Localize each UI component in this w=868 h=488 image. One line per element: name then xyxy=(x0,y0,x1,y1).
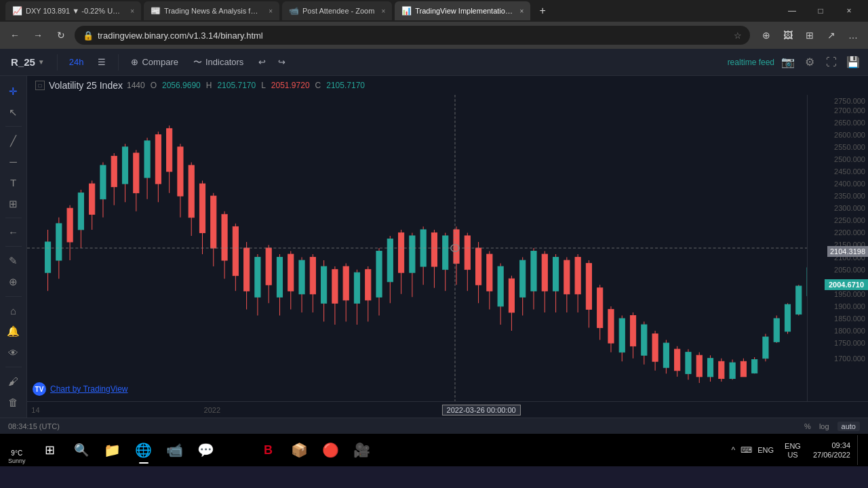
compare-icon: ⊕ xyxy=(131,57,138,67)
taskbar-teams[interactable]: 💬 xyxy=(191,435,221,465)
tab-dxy[interactable]: 📈 DXY 103.891 ▼ -0.22% Unname... × xyxy=(5,1,141,20)
star-icon[interactable]: ☆ xyxy=(734,30,742,41)
start-button[interactable]: ⊞ xyxy=(35,435,65,465)
chart-watermark: TV Chart by TradingView xyxy=(33,382,128,396)
extension-icon[interactable]: ⊕ xyxy=(757,26,776,45)
svg-rect-82 xyxy=(487,254,492,291)
trash-tool[interactable]: 🗑 xyxy=(3,392,24,412)
zoom-in-tool[interactable]: ⊕ xyxy=(3,272,24,292)
tab-favicon-zoom: 📹 xyxy=(289,6,298,16)
notif-up-icon[interactable]: ^ xyxy=(732,445,736,455)
undo-button[interactable]: ↩ xyxy=(253,54,271,70)
tab-trading-news[interactable]: 📰 Trading News & Analysis for For... × xyxy=(144,1,279,20)
eye-tool[interactable]: 👁 xyxy=(3,343,24,363)
svg-rect-136 xyxy=(785,304,790,331)
chart-settings-button[interactable]: ⚙ xyxy=(800,53,819,72)
price-tick-2550: 2550.000 xyxy=(834,143,865,151)
address-box[interactable]: 🔒 tradingview.binary.com/v1.3.14/binary.… xyxy=(75,26,750,45)
tab-close-zoom[interactable]: × xyxy=(381,7,385,15)
taskbar-edge[interactable]: 🌐 xyxy=(129,435,159,465)
back-button[interactable]: ← xyxy=(5,26,24,45)
status-right: % log auto xyxy=(804,422,860,431)
watermark-text: Chart by TradingView xyxy=(50,384,128,394)
price-tick-2700: 2700.000 xyxy=(834,106,865,115)
address-text: tradingview.binary.com/v1.3.14/binary.ht… xyxy=(98,30,263,41)
crosshair-price-badge: 2104.3198 xyxy=(827,246,868,257)
svg-rect-104 xyxy=(608,309,614,343)
minimize-button[interactable]: — xyxy=(778,1,806,20)
symbol-label: R_25 xyxy=(11,56,35,68)
new-tab-button[interactable]: + xyxy=(533,1,552,20)
taskbar-video[interactable]: 🎥 xyxy=(347,435,377,465)
collections-icon[interactable]: 🖼 xyxy=(778,26,797,45)
home-tool[interactable]: ⌂ xyxy=(3,301,24,321)
pencil-tool[interactable]: ✎ xyxy=(3,251,24,270)
arrow-tool[interactable]: ↖ xyxy=(3,102,24,122)
search-button[interactable]: 🔍 xyxy=(66,435,96,465)
taskbar-chrome[interactable]: 🔴 xyxy=(316,435,346,465)
share-icon[interactable]: ↗ xyxy=(822,26,841,45)
browser-settings-icon[interactable]: … xyxy=(844,26,863,45)
price-scale: 2750.000 2700.000 2650.000 2600.000 2550… xyxy=(807,95,868,401)
chart-type-icon: ☰ xyxy=(98,57,106,67)
tab-close-tv[interactable]: × xyxy=(519,7,524,15)
symbol-button[interactable]: R_25 ▼ xyxy=(5,54,50,70)
back-tool[interactable]: ← xyxy=(3,222,24,242)
brush-tool[interactable]: 🖌 xyxy=(3,371,24,391)
svg-rect-6 xyxy=(67,208,73,242)
tab-tradingview[interactable]: 📊 TradingView Implementation for... × xyxy=(395,1,530,20)
svg-rect-56 xyxy=(343,266,349,300)
tab-favicon-tv: 📊 xyxy=(401,6,411,16)
price-tick-2750: 2750.000 xyxy=(834,97,865,105)
svg-rect-92 xyxy=(542,254,547,291)
compare-button[interactable]: ⊕ Compare xyxy=(125,54,183,70)
svg-rect-68 xyxy=(410,236,415,272)
canvas-area[interactable]: TV Chart by TradingView xyxy=(27,95,807,401)
close-window-button[interactable]: × xyxy=(835,1,863,20)
left-sep-3 xyxy=(5,246,22,247)
taskbar-explorer[interactable]: 📁 xyxy=(98,435,127,465)
taskbar-mail[interactable]: ✉ xyxy=(222,435,252,465)
taskbar-brainly[interactable]: B xyxy=(254,435,283,465)
tab-label-news: Trading News & Analysis for For... xyxy=(164,7,262,15)
maximize-button[interactable]: □ xyxy=(807,1,834,20)
refresh-button[interactable]: ↻ xyxy=(52,26,71,45)
price-tick-2650: 2650.000 xyxy=(834,119,865,127)
tab-zoom[interactable]: 📹 Post Attendee - Zoom × xyxy=(282,1,392,20)
hline-tool[interactable]: ─ xyxy=(3,152,24,171)
status-bar: 08:34:15 (UTC) % log auto xyxy=(0,418,868,434)
svg-rect-4 xyxy=(56,224,62,260)
measure-tool[interactable]: ⊞ xyxy=(3,194,24,214)
svg-rect-28 xyxy=(189,165,194,218)
system-tray: ^ ⌨ ENG ENG US xyxy=(726,435,806,465)
system-time[interactable]: 09:34 27/06/2022 xyxy=(813,441,850,460)
show-desktop-button[interactable] xyxy=(857,435,865,465)
draw-line-tool[interactable]: ╱ xyxy=(3,131,24,150)
text-tool[interactable]: T xyxy=(3,173,24,192)
weather-widget[interactable]: ☀ 9°C Sunny xyxy=(3,436,31,464)
taskbar-zoom[interactable]: 📹 xyxy=(160,435,190,465)
svg-rect-116 xyxy=(675,349,680,371)
forward-button[interactable]: → xyxy=(28,26,47,45)
weather-icon: ☀ xyxy=(12,436,22,449)
tab-close-news[interactable]: × xyxy=(269,7,273,15)
svg-rect-94 xyxy=(553,258,558,291)
date-display: 27/06/2022 xyxy=(813,450,850,460)
crosshair-tool[interactable]: ✛ xyxy=(3,81,24,101)
left-sep-4 xyxy=(5,296,22,297)
fullscreen-button[interactable]: ⛶ xyxy=(822,53,841,72)
price-tick-1750: 1750.000 xyxy=(834,339,865,347)
svg-rect-46 xyxy=(288,254,294,291)
tab-close-dxy[interactable]: × xyxy=(130,7,134,15)
timeframe-button[interactable]: 24h xyxy=(64,55,89,69)
svg-rect-22 xyxy=(155,135,161,184)
snapshot-button[interactable]: 📷 xyxy=(778,53,797,72)
split-view-icon[interactable]: ⊞ xyxy=(800,26,819,45)
save-button[interactable]: 💾 xyxy=(844,53,863,72)
chart-type-button[interactable]: ☰ xyxy=(92,54,111,70)
alert-tool[interactable]: 🔔 xyxy=(3,322,24,342)
indicators-button[interactable]: 〜 Indicators xyxy=(188,54,249,71)
taskbar-dropbox[interactable]: 📦 xyxy=(285,435,315,465)
price-tick-2500: 2500.000 xyxy=(834,155,865,163)
redo-button[interactable]: ↪ xyxy=(273,54,291,70)
